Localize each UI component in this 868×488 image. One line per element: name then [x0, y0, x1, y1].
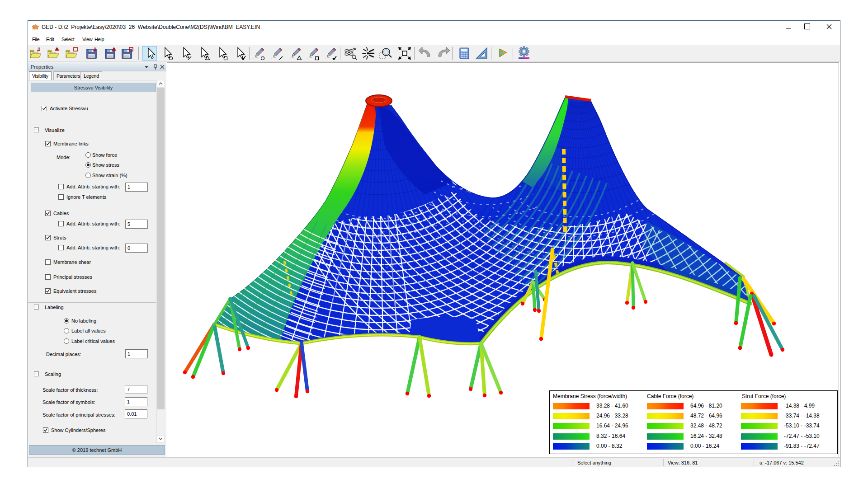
svg-text:#: # [93, 46, 97, 53]
svg-text:#: # [37, 46, 41, 53]
